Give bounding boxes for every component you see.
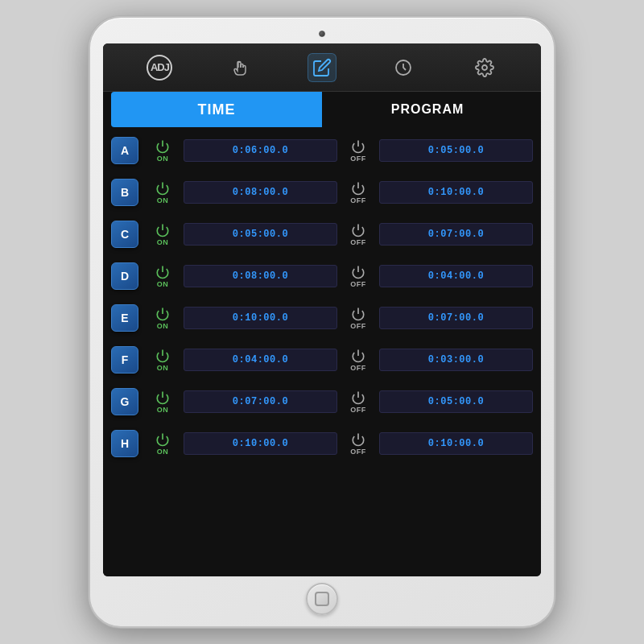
- channel-letter-e: E: [111, 304, 138, 332]
- off-label-c: OFF: [350, 238, 366, 246]
- power-off-icon-f: [351, 349, 365, 363]
- on-power-group-c[interactable]: ON: [145, 223, 180, 246]
- program-tab[interactable]: PROGRAM: [322, 92, 533, 127]
- off-power-group-a[interactable]: OFF: [341, 139, 376, 163]
- on-power-group-h[interactable]: ON: [145, 432, 180, 456]
- camera: [319, 31, 325, 37]
- touch-button[interactable]: [226, 53, 255, 82]
- on-power-group-d[interactable]: ON: [145, 265, 180, 288]
- off-time-d[interactable]: 0:04:00.0: [379, 265, 533, 287]
- channel-letter-d: D: [111, 262, 138, 290]
- on-label-b: ON: [157, 196, 169, 204]
- channel-row-b: B ON 0:08:00.0 OFF 0:10:00.0: [111, 174, 533, 211]
- off-time-e[interactable]: 0:07:00.0: [379, 307, 533, 329]
- touch-icon: [231, 58, 250, 77]
- channel-rows: A ON 0:06:00.0 OFF 0:05:00.0 B: [103, 132, 541, 462]
- on-label-d: ON: [157, 280, 169, 288]
- off-power-group-d[interactable]: OFF: [341, 265, 376, 288]
- home-button-inner: [315, 592, 329, 606]
- power-off-icon-c: [351, 223, 365, 237]
- channel-letter-a: A: [111, 137, 138, 164]
- off-time-c[interactable]: 0:07:00.0: [379, 223, 533, 246]
- on-label-h: ON: [157, 448, 169, 456]
- channel-row-g: G ON 0:07:00.0 OFF 0:05:00.0: [111, 383, 533, 420]
- off-power-group-b[interactable]: OFF: [341, 181, 376, 204]
- clock-icon: [394, 58, 413, 77]
- channel-letter-b: B: [111, 179, 138, 206]
- on-time-b[interactable]: 0:08:00.0: [184, 181, 337, 204]
- adj-logo-button[interactable]: ADJ: [145, 53, 174, 82]
- on-time-g[interactable]: 0:07:00.0: [184, 390, 337, 413]
- on-power-group-e[interactable]: ON: [145, 307, 180, 330]
- channel-letter-f: F: [111, 346, 138, 374]
- on-time-d[interactable]: 0:08:00.0: [184, 265, 337, 287]
- off-power-group-e[interactable]: OFF: [341, 307, 376, 330]
- off-power-group-c[interactable]: OFF: [341, 223, 376, 246]
- gear-icon: [475, 58, 494, 77]
- on-power-group-b[interactable]: ON: [145, 181, 180, 204]
- off-power-group-g[interactable]: OFF: [341, 390, 376, 414]
- power-on-icon-e: [155, 307, 170, 321]
- time-tab[interactable]: TIME: [111, 92, 322, 127]
- off-label-e: OFF: [350, 322, 366, 330]
- off-label-d: OFF: [350, 280, 366, 288]
- time-label: TIME: [198, 101, 236, 118]
- channel-letter-g: G: [111, 388, 138, 415]
- power-off-icon-d: [351, 265, 365, 279]
- edit-button[interactable]: [308, 53, 336, 82]
- off-time-h[interactable]: 0:10:00.0: [379, 432, 533, 455]
- power-on-icon-d: [155, 265, 170, 279]
- power-on-icon-f: [155, 349, 170, 363]
- power-on-icon-g: [155, 390, 170, 405]
- main-content: TIME PROGRAM A ON 0:06:00.0: [103, 92, 541, 576]
- off-power-group-h[interactable]: OFF: [341, 432, 376, 456]
- header-row: TIME PROGRAM: [111, 92, 533, 127]
- off-time-f[interactable]: 0:03:00.0: [379, 349, 533, 371]
- on-time-e[interactable]: 0:10:00.0: [184, 307, 337, 329]
- off-label-a: OFF: [350, 155, 366, 163]
- channel-letter-c: C: [111, 221, 138, 248]
- channel-row-e: E ON 0:10:00.0 OFF 0:07:00.0: [111, 299, 533, 336]
- on-power-group-a[interactable]: ON: [145, 139, 180, 163]
- on-time-h[interactable]: 0:10:00.0: [184, 432, 337, 455]
- channel-letter-h: H: [111, 430, 138, 457]
- power-off-icon-e: [351, 307, 365, 321]
- on-label-c: ON: [157, 238, 169, 246]
- ipad-shell: ADJ: [89, 16, 555, 628]
- home-button[interactable]: [306, 583, 338, 615]
- channel-row-h: H ON 0:10:00.0 OFF 0:10:00.0: [111, 425, 533, 462]
- settings-button[interactable]: [470, 53, 499, 82]
- off-label-b: OFF: [350, 196, 366, 204]
- on-power-group-f[interactable]: ON: [145, 349, 180, 372]
- channel-row-c: C ON 0:05:00.0 OFF 0:07:00.0: [111, 216, 533, 253]
- on-label-a: ON: [157, 155, 169, 163]
- clock-button[interactable]: [389, 53, 418, 82]
- on-time-a[interactable]: 0:06:00.0: [184, 139, 337, 162]
- power-on-icon-b: [155, 181, 170, 196]
- off-power-group-f[interactable]: OFF: [341, 349, 376, 372]
- off-label-g: OFF: [350, 406, 366, 414]
- off-time-b[interactable]: 0:10:00.0: [379, 181, 533, 204]
- channel-row-a: A ON 0:06:00.0 OFF 0:05:00.0: [111, 132, 533, 169]
- channel-row-f: F ON 0:04:00.0 OFF 0:03:00.0: [111, 341, 533, 378]
- edit-icon: [312, 58, 332, 77]
- on-time-f[interactable]: 0:04:00.0: [184, 349, 337, 371]
- off-time-a[interactable]: 0:05:00.0: [379, 139, 533, 162]
- off-time-g[interactable]: 0:05:00.0: [379, 390, 533, 413]
- channel-row-d: D ON 0:08:00.0 OFF 0:04:00.0: [111, 258, 533, 295]
- power-off-icon-g: [351, 390, 365, 405]
- on-label-f: ON: [157, 364, 169, 372]
- on-power-group-g[interactable]: ON: [145, 390, 180, 414]
- screen: ADJ: [103, 43, 541, 576]
- power-off-icon-h: [351, 432, 365, 447]
- power-on-icon-h: [155, 432, 170, 447]
- off-label-h: OFF: [350, 448, 366, 456]
- power-on-icon-a: [155, 139, 170, 154]
- on-time-c[interactable]: 0:05:00.0: [184, 223, 337, 246]
- nav-bar: ADJ: [103, 43, 541, 92]
- off-label-f: OFF: [350, 364, 366, 372]
- adj-logo-icon: ADJ: [147, 55, 172, 80]
- svg-point-1: [482, 65, 487, 70]
- on-label-e: ON: [157, 322, 169, 330]
- on-label-g: ON: [157, 406, 169, 414]
